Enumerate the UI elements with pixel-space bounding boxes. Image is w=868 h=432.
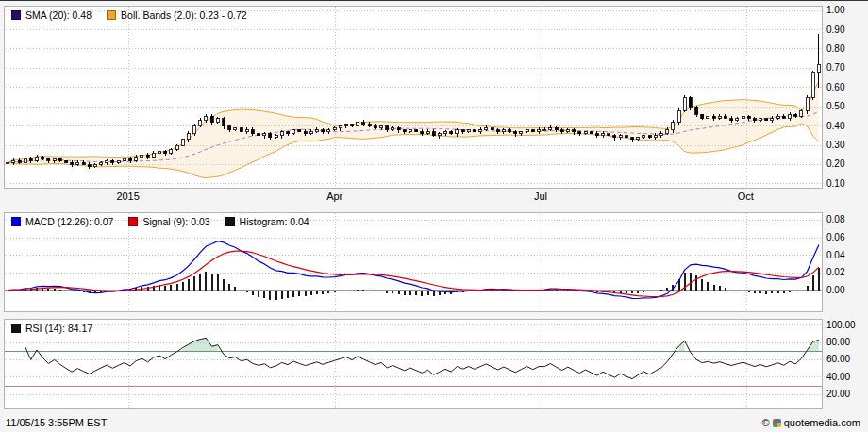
- quotemedia-credit[interactable]: © quotemedia.com: [762, 417, 860, 428]
- rsi-y-axis: 100.0080.0060.0040.0020.00: [823, 319, 864, 409]
- y-tick-label: 100.00: [826, 320, 856, 330]
- sma-legend-label: SMA (20): 0.48: [25, 9, 92, 21]
- y-tick-label: 60.00: [826, 354, 850, 364]
- price-legend: SMA (20): 0.48 Boll. Bands (2.0): 0.23 -…: [11, 9, 247, 21]
- y-tick-label: 80.00: [826, 337, 850, 347]
- y-tick-label: 0.20: [826, 158, 844, 169]
- sma-legend-swatch: [11, 10, 21, 20]
- time-axis: 2015AprJulOct: [4, 191, 823, 205]
- quotemedia-logo-icon: [773, 419, 781, 427]
- bollinger-legend-label: Boll. Bands (2.0): 0.23 - 0.72: [121, 9, 247, 21]
- stock-chart-widget: 1.000.900.800.700.600.500.400.300.200.10…: [0, 0, 868, 432]
- y-tick-label: 0.06: [826, 232, 844, 242]
- macd-legend: MACD (12.26): 0.07 Signal (9): 0.03 Hist…: [11, 216, 309, 227]
- rsi-legend: RSI (14): 84.17: [11, 323, 92, 334]
- histogram-legend-swatch: [225, 217, 235, 226]
- y-tick-label: 0.70: [826, 62, 844, 73]
- signal-legend-item: Signal (9): 0.03: [128, 216, 209, 227]
- x-axis-label: Jul: [534, 191, 547, 202]
- y-tick-label: 20.00: [826, 389, 850, 399]
- y-tick-label: 0.90: [826, 25, 844, 35]
- y-tick-label: 40.00: [826, 372, 850, 382]
- bollinger-legend-item: Boll. Bands (2.0): 0.23 - 0.72: [107, 9, 247, 21]
- y-tick-label: 0.02: [826, 267, 844, 277]
- macd-panel: 0.080.060.040.020.00 MACD (12.26): 0.07 …: [4, 212, 864, 312]
- y-tick-label: 0.04: [826, 250, 844, 260]
- x-axis-label: Oct: [738, 191, 754, 202]
- rsi-legend-label: RSI (14): 84.17: [25, 323, 92, 334]
- macd-legend-label: MACD (12.26): 0.07: [25, 216, 113, 227]
- y-tick-label: 0.40: [826, 121, 844, 131]
- y-tick-label: 0.80: [826, 43, 844, 54]
- x-axis-label: Apr: [326, 191, 342, 202]
- y-tick-label: 1.00: [826, 5, 844, 15]
- price-chart-canvas[interactable]: [4, 6, 823, 189]
- y-tick-label: 0.10: [826, 178, 844, 189]
- signal-legend-label: Signal (9): 0.03: [142, 216, 209, 227]
- rsi-legend-swatch: [11, 324, 21, 333]
- price-y-axis: 1.000.900.800.700.600.500.400.300.200.10: [823, 6, 864, 189]
- histogram-legend-item: Histogram: 0.04: [225, 216, 309, 227]
- y-tick-label: 0.08: [826, 214, 844, 224]
- quotemedia-link: quotemedia.com: [784, 417, 860, 428]
- rsi-chart-canvas[interactable]: [4, 319, 823, 409]
- timestamp: 11/05/15 3:55PM EST: [6, 417, 107, 428]
- macd-legend-swatch: [11, 217, 21, 226]
- rsi-legend-item: RSI (14): 84.17: [11, 323, 92, 334]
- copyright-symbol: ©: [762, 417, 770, 428]
- y-tick-label: 0.50: [826, 101, 844, 111]
- x-axis-label: 2015: [116, 191, 139, 202]
- sma-legend-item: SMA (20): 0.48: [11, 9, 92, 21]
- y-tick-label: 0.60: [826, 82, 844, 92]
- bollinger-legend-swatch: [107, 10, 116, 20]
- rsi-panel: 100.0080.0060.0040.0020.00 RSI (14): 84.…: [4, 319, 864, 409]
- price-panel: 1.000.900.800.700.600.500.400.300.200.10…: [4, 6, 864, 189]
- macd-legend-item: MACD (12.26): 0.07: [11, 216, 113, 227]
- y-tick-label: 0.30: [826, 140, 844, 150]
- histogram-legend-label: Histogram: 0.04: [240, 216, 309, 227]
- signal-legend-swatch: [128, 217, 138, 226]
- footer: 11/05/15 3:55PM EST © quotemedia.com: [6, 415, 860, 430]
- y-tick-label: 0.00: [826, 285, 844, 295]
- macd-y-axis: 0.080.060.040.020.00: [823, 212, 864, 312]
